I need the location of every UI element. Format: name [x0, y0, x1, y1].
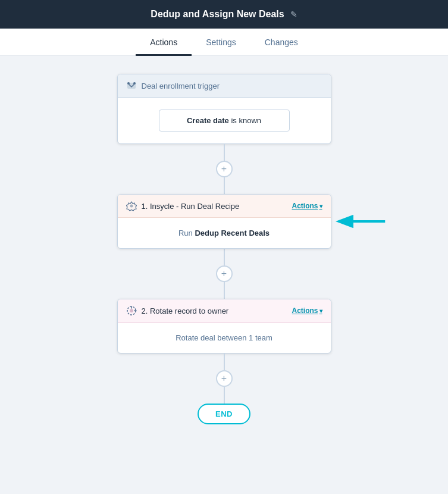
step1-header-text: 1. Insycle - Run Deal Recipe	[142, 202, 240, 211]
condition-field: Create date	[187, 116, 229, 125]
step1-header: 1. Insycle - Run Deal Recipe Actions ▾	[118, 195, 331, 218]
trigger-header-text: Deal enrollment trigger	[142, 82, 220, 90]
step1-card: 1. Insycle - Run Deal Recipe Actions ▾ R…	[117, 194, 331, 249]
step1-wrapper: 1. Insycle - Run Deal Recipe Actions ▾ R…	[117, 194, 331, 249]
connector-2: +	[216, 249, 233, 299]
trigger-card-body: Create date is known	[118, 98, 331, 143]
workflow-canvas: Deal enrollment trigger Create date is k…	[0, 56, 448, 494]
edit-icon[interactable]: ✎	[290, 10, 297, 19]
step2-actions-button[interactable]: Actions ▾	[292, 307, 322, 315]
connector-3: +	[216, 354, 233, 404]
step2-card: 2. Rotate record to owner Actions ▾ Rota…	[117, 299, 331, 354]
connector-line-1	[224, 144, 225, 161]
connector-1: +	[216, 144, 233, 194]
step1-chevron-icon: ▾	[319, 203, 322, 210]
svg-point-2	[133, 82, 136, 85]
step1-prefix: Run	[178, 229, 193, 237]
step1-actions-label: Actions	[292, 202, 318, 210]
step1-body: Run Dedup Recent Deals	[118, 218, 331, 248]
tab-settings[interactable]: Settings	[192, 30, 250, 56]
step2-header-text: 2. Rotate record to owner	[142, 307, 229, 315]
step1-actions-button[interactable]: Actions ▾	[292, 202, 322, 210]
add-step-btn-3[interactable]: +	[216, 370, 233, 387]
step1-header-left: 1. Insycle - Run Deal Recipe	[126, 201, 240, 211]
step2-body-text: Rotate deal between 1 team	[176, 333, 272, 342]
end-button[interactable]: END	[198, 404, 250, 424]
step1-body-text: Run Dedup Recent Deals	[178, 229, 270, 237]
trigger-card: Deal enrollment trigger Create date is k…	[117, 74, 331, 144]
svg-point-1	[127, 82, 130, 85]
page-title: Dedup and Assign New Deals	[151, 9, 284, 20]
teal-arrow	[334, 212, 388, 230]
insycle-icon	[126, 201, 137, 211]
add-step-btn-1[interactable]: +	[216, 161, 233, 177]
tab-actions[interactable]: Actions	[136, 30, 192, 56]
tabs-bar: Actions Settings Changes	[0, 29, 448, 56]
trigger-card-header: Deal enrollment trigger	[118, 74, 331, 98]
condition-pill[interactable]: Create date is known	[159, 110, 290, 132]
step2-header: 2. Rotate record to owner Actions ▾	[118, 299, 331, 323]
rotate-icon	[126, 305, 137, 316]
step2-actions-label: Actions	[292, 307, 318, 315]
svg-point-4	[130, 205, 133, 208]
add-step-btn-2[interactable]: +	[216, 265, 233, 282]
condition-operator: is known	[231, 116, 261, 125]
connector-line-3	[224, 249, 225, 265]
tab-changes[interactable]: Changes	[250, 30, 312, 56]
deal-icon	[126, 80, 137, 91]
top-header: Dedup and Assign New Deals ✎	[0, 0, 448, 29]
svg-point-8	[130, 309, 133, 312]
step2-header-left: 2. Rotate record to owner	[126, 305, 229, 316]
step2-body: Rotate deal between 1 team	[118, 323, 331, 353]
connector-line-2	[224, 177, 225, 194]
connector-line-4	[224, 282, 225, 299]
connector-line-6	[224, 387, 225, 404]
step1-recipe-name: Dedup Recent Deals	[195, 229, 270, 237]
connector-line-5	[224, 354, 225, 370]
step2-chevron-icon: ▾	[319, 308, 322, 314]
